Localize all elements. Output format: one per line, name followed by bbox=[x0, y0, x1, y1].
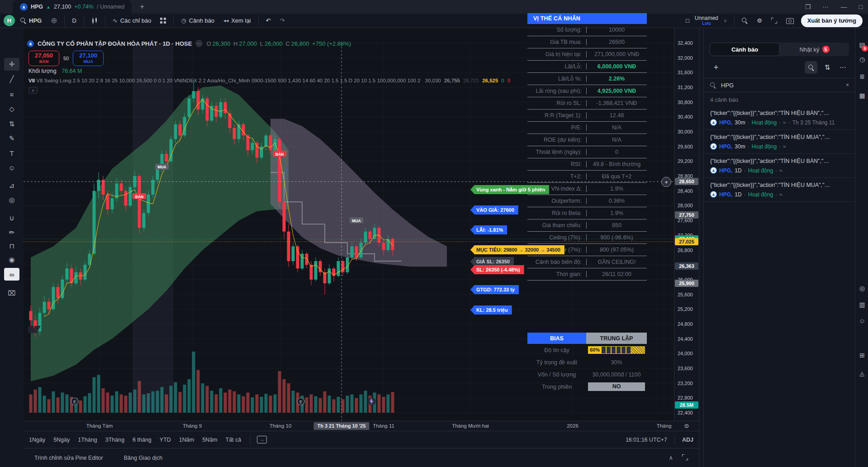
link-tool-icon[interactable]: ∞ bbox=[4, 268, 19, 281]
indicator-templates-button[interactable] bbox=[157, 15, 170, 27]
search-alerts-button[interactable] bbox=[805, 61, 817, 74]
tab-alerts[interactable]: Cảnh báo bbox=[710, 43, 780, 56]
tab-log[interactable]: Nhật ký 5 bbox=[780, 43, 849, 56]
clear-search-icon[interactable]: × bbox=[846, 82, 849, 88]
alert-item[interactable]: {"ticker":"{{ticker}}","action":"TÍN HIỆ… bbox=[704, 178, 855, 202]
clock[interactable]: 16:01:16 UTC+7 bbox=[626, 437, 667, 443]
volume-legend[interactable]: Khối lượng 76.64 M bbox=[28, 68, 82, 74]
layout-name-menu[interactable]: Unnamed Lưu bbox=[695, 15, 718, 26]
timeframe-1tháng[interactable]: 1Tháng bbox=[78, 437, 97, 443]
maximize-icon[interactable]: □ bbox=[859, 3, 863, 10]
edit-tool-icon[interactable]: ✏ bbox=[4, 226, 19, 239]
text-tool-icon[interactable]: T bbox=[4, 147, 19, 159]
chevron-down-icon[interactable]: ∨ bbox=[720, 15, 730, 27]
collapse-panel-icon[interactable]: ∧ bbox=[669, 454, 673, 462]
trash-tool-icon[interactable]: ⌧ bbox=[4, 287, 19, 300]
hide-tool-icon[interactable]: ◉ bbox=[4, 253, 19, 266]
expand-panel-icon[interactable] bbox=[682, 454, 688, 462]
timeframe-1ngày[interactable]: 1Ngày bbox=[29, 437, 45, 443]
create-alert-button[interactable]: + bbox=[710, 61, 722, 74]
indicator-legend[interactable]: V8 V8 Swing Long 2.5 10 20 2 8 16 25 10,… bbox=[28, 78, 510, 83]
interval-button[interactable]: D bbox=[68, 15, 80, 27]
alert-item[interactable]: {"ticker":"{{ticker}}","action":"TÍN HIỆ… bbox=[704, 154, 855, 178]
calendar-icon[interactable]: ▥ bbox=[857, 300, 867, 310]
brush-tool-icon[interactable]: ✎ bbox=[4, 132, 19, 145]
redo-button[interactable]: ↷ bbox=[276, 15, 288, 27]
snapshot-camera-icon[interactable] bbox=[783, 15, 797, 27]
timeframe-3tháng[interactable]: 3Tháng bbox=[105, 437, 124, 443]
lock-tool-icon[interactable]: ⊓ bbox=[4, 240, 19, 253]
popout-window-icon[interactable]: ❐ bbox=[805, 3, 811, 10]
settings-gear-icon[interactable]: ⚙ bbox=[753, 15, 766, 27]
signal-flag[interactable]: GTGD: 772.33 tỷ bbox=[470, 285, 519, 294]
alert-item[interactable]: {"ticker":"{{ticker}}","action":"TÍN HIỆ… bbox=[704, 130, 855, 154]
add-alert-plus-button[interactable]: + bbox=[661, 177, 671, 187]
notifications-icon[interactable]: ◬ bbox=[857, 368, 867, 378]
signal-flag[interactable]: MỤC TIÊU: 29800 → 32000 → 34500 bbox=[470, 245, 564, 254]
alerts-panel-icon[interactable]: ◷ bbox=[857, 54, 867, 64]
legend-more-icon[interactable]: ⋯ bbox=[195, 40, 203, 47]
legend-collapse-button[interactable]: ∧ bbox=[28, 87, 38, 94]
timeframe-ytd[interactable]: YTD bbox=[160, 437, 171, 443]
timeframe-tấtcả[interactable]: Tất cả bbox=[226, 437, 242, 443]
save-layout-link[interactable]: Lưu bbox=[702, 21, 711, 26]
crosshair-tool-icon[interactable]: ✛ bbox=[4, 58, 19, 71]
emoji-tool-icon[interactable]: ☺ bbox=[4, 161, 19, 174]
signal-flag[interactable]: SL: 26350 (-4.48%) bbox=[470, 265, 524, 274]
indicators-button[interactable]: ∿ Các chỉ báo bbox=[109, 15, 155, 27]
data-window-icon[interactable]: ≣ bbox=[857, 71, 867, 81]
minimize-icon[interactable]: — bbox=[841, 3, 847, 10]
trend-line-tool-icon[interactable]: ╱ bbox=[4, 73, 19, 86]
timeframe-5ngày[interactable]: 5Ngày bbox=[53, 437, 70, 443]
alert-button[interactable]: ◷ Cảnh báo bbox=[177, 15, 218, 27]
fullscreen-icon[interactable] bbox=[768, 15, 781, 27]
apps-grid-icon[interactable]: ⊞ bbox=[857, 350, 867, 360]
sell-button[interactable]: 27,050BÁN bbox=[28, 51, 59, 66]
avatar[interactable]: H bbox=[4, 15, 15, 26]
adj-toggle[interactable]: ADJ bbox=[682, 437, 693, 443]
forecast-tool-icon[interactable]: ⇅ bbox=[4, 118, 19, 130]
overflow-menu-icon[interactable]: ⋯ bbox=[823, 3, 829, 10]
price-axis[interactable]: 32,40032,00031,60031,20030,80030,40030,0… bbox=[674, 28, 699, 421]
quick-search-icon[interactable] bbox=[738, 15, 751, 27]
wave-icon: ≈ bbox=[783, 119, 786, 126]
signal-flag[interactable]: GIÁ SL: 26350 bbox=[470, 257, 514, 266]
publish-idea-button[interactable]: Xuất bản ý tưởng bbox=[801, 14, 863, 27]
signal-flag[interactable]: VÀO GIÁ: 27600 bbox=[470, 205, 518, 214]
chart-style-button[interactable] bbox=[88, 15, 101, 27]
symbol-search-button[interactable]: HPG bbox=[17, 15, 45, 27]
sort-alerts-icon[interactable]: ⇅ bbox=[821, 61, 834, 74]
pattern-tool-icon[interactable]: ◇ bbox=[4, 103, 19, 115]
undo-button[interactable]: ↶ bbox=[262, 15, 275, 27]
symbol-title[interactable]: CÔNG TY CỔ PHẦN TẬP ĐOÀN HÒA PHÁT · 1D ·… bbox=[38, 40, 192, 47]
pine-editor-tab[interactable]: Trình chỉnh sửa Pine Editor bbox=[34, 455, 103, 461]
ideas-icon[interactable]: ☺ bbox=[857, 316, 867, 326]
axis-settings-gear-icon[interactable]: ⚙ bbox=[684, 423, 689, 429]
trading-panel-tab[interactable]: Bảng Giao dịch bbox=[124, 455, 162, 461]
timeframe-6tháng[interactable]: 6 tháng bbox=[133, 437, 152, 443]
hotlists-icon[interactable]: ▦ bbox=[857, 91, 867, 100]
alerts-count: 4 cảnh báo bbox=[710, 97, 738, 103]
magnet-tool-icon[interactable]: ∪ bbox=[4, 212, 19, 224]
time-axis[interactable]: Th 3 21 Tháng 10 '25 ⚙ Tháng TámTháng 9T… bbox=[24, 421, 699, 431]
fib-retracement-tool-icon[interactable]: ≡ bbox=[4, 88, 19, 100]
go-to-date-icon[interactable]: → bbox=[257, 436, 267, 443]
timeframe-5năm[interactable]: 5Năm bbox=[202, 437, 217, 443]
signal-flag[interactable]: Vùng xanh - Nắm giữ 5 phiên bbox=[470, 185, 549, 194]
alerts-search-input[interactable] bbox=[720, 81, 842, 89]
object-tree-icon[interactable]: ◎ bbox=[857, 283, 867, 293]
alerts-more-icon[interactable]: ⋯ bbox=[836, 61, 849, 74]
signal-flag[interactable]: KL: 28.5 triệu bbox=[470, 305, 512, 315]
add-symbol-button[interactable]: ⊕ bbox=[47, 15, 61, 27]
buy-button[interactable]: 27,100MUA bbox=[73, 51, 104, 66]
browser-tab[interactable]: ∧ HPG ▲ 27,100 +0.74% / Unnamed bbox=[13, 0, 132, 14]
timeframe-1năm[interactable]: 1Năm bbox=[179, 437, 194, 443]
zoom-tool-icon[interactable]: ◎ bbox=[4, 194, 19, 206]
layout-select-icon[interactable]: □ bbox=[682, 15, 693, 27]
replay-button[interactable]: ◂◂ Xem lại bbox=[220, 15, 254, 27]
signal-flag[interactable]: LÃI: -1.81% bbox=[470, 225, 507, 234]
measure-tool-icon[interactable]: ⊿ bbox=[4, 179, 19, 192]
alert-item[interactable]: {"ticker":"{{ticker}}","action":"TÍN HIỆ… bbox=[704, 106, 855, 130]
new-tab-button[interactable]: + bbox=[140, 2, 144, 11]
rewind-icon: ◂◂ bbox=[223, 18, 228, 24]
